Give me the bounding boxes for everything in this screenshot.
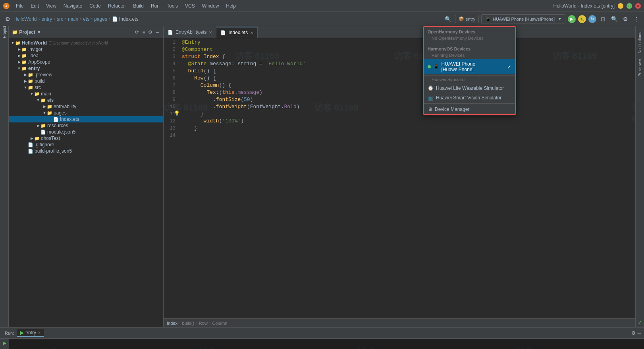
run-tab-close[interactable]: ✕	[38, 331, 41, 335]
tab-indexets-close[interactable]: ✕	[250, 31, 253, 35]
run-tab[interactable]: ▶ entry ✕	[17, 329, 44, 337]
tree-label-resources: resources	[47, 123, 68, 128]
tab-indexets[interactable]: 📄 Index.ets ✕	[216, 27, 258, 38]
debug-button[interactable]: 🐛	[578, 15, 586, 23]
notifications-tab[interactable]: Notifications	[637, 29, 643, 56]
breadcrumb-pages[interactable]: pages	[94, 16, 107, 22]
search2-icon[interactable]: 🔍	[610, 15, 619, 23]
selected-check-icon: ✓	[507, 64, 511, 70]
run-button[interactable]: ▶	[568, 15, 576, 23]
huawei-simulator-label: Huawei Simulator	[424, 76, 515, 83]
breadcrumb-ets[interactable]: ets	[83, 16, 89, 22]
tree-indexets[interactable]: 📄 Index.ets	[9, 116, 163, 122]
tree-src[interactable]: ▼ 📁 src	[9, 84, 163, 91]
tree-label-build: build	[35, 78, 44, 84]
check-icon: ✓	[638, 319, 642, 326]
code-line-12: }	[182, 111, 632, 118]
minimize-panel-icon[interactable]: ─	[155, 29, 160, 36]
bc-index: Index	[167, 321, 177, 326]
more-icon[interactable]: ⋮	[632, 15, 641, 23]
maximize-button[interactable]: □	[627, 3, 632, 9]
tree-build[interactable]: ▶ 📁 build	[9, 78, 163, 84]
settings-panel-icon[interactable]: ⚙	[147, 29, 153, 36]
window-controls[interactable]: ─ □ ✕	[618, 3, 641, 9]
tree-main[interactable]: ▼ 📁 main	[9, 91, 163, 97]
tv-icon: 📺	[428, 95, 434, 101]
tree-entryability[interactable]: ▶ 📁 entryability	[9, 103, 163, 110]
tree-pages[interactable]: ▼ 📁 pages	[9, 110, 163, 116]
tree-appscope[interactable]: ▶ 📁 AppScope	[9, 59, 163, 65]
breadcrumb-indexets[interactable]: Index.ets	[119, 16, 139, 22]
play-icon[interactable]: ▶	[3, 340, 6, 346]
settings2-icon[interactable]: ⚙	[621, 15, 630, 23]
breadcrumb-helloworld[interactable]: HelloWorld	[13, 16, 37, 22]
menu-build[interactable]: Build	[130, 2, 147, 10]
previewer-tab[interactable]: Previewer	[637, 56, 643, 79]
folder-icon-ohostest: 📁	[34, 136, 40, 141]
minimize-button[interactable]: ─	[618, 3, 623, 9]
menu-edit[interactable]: Edit	[27, 2, 42, 10]
settings-icon[interactable]: ⚙	[3, 15, 12, 23]
tree-entry[interactable]: ▼ 📁 entry	[9, 65, 163, 72]
code-line-8: Column() {	[182, 82, 632, 89]
menu-bar[interactable]: File Edit View Navigate Code Refactor Bu…	[13, 2, 550, 10]
tab-entryability[interactable]: 📄 EntryAbility.ets ✕	[164, 27, 216, 38]
collapse-icon[interactable]: ≡	[141, 29, 146, 36]
menu-help[interactable]: Help	[223, 2, 239, 10]
huawei-lite-wearable-item[interactable]: ⌚ Huawei Lite Wearable Simulator	[424, 83, 515, 93]
status-dot-green	[428, 65, 431, 68]
tree-hvigor[interactable]: ▶ 📁 .hvigor	[9, 46, 163, 52]
menu-navigate[interactable]: Navigate	[60, 2, 85, 10]
tree-arrow-idea: ▶	[17, 53, 21, 58]
menu-file[interactable]: File	[13, 2, 27, 10]
breadcrumb-entry[interactable]: entry	[41, 16, 52, 22]
search-icon[interactable]: 🔍	[444, 15, 453, 23]
huawei-smart-vision-item[interactable]: 📺 Huawei Smart Vision Simulator	[424, 93, 515, 103]
device-selector[interactable]: 📦 entry	[455, 15, 479, 23]
tree-ets[interactable]: ▼ 📁 ets	[9, 97, 163, 103]
menu-vcs[interactable]: VCS	[182, 2, 198, 10]
code-content[interactable]: @Entry @Component struct Index { @State …	[179, 38, 635, 318]
menu-tools[interactable]: Tools	[164, 2, 181, 10]
device-selector-dropdown[interactable]: 📱 HUAWEI Phone [HuaweiPhone] ▼	[481, 14, 565, 23]
menu-refactor[interactable]: Refactor	[105, 2, 129, 10]
tree-resources[interactable]: ▶ 📁 resources	[9, 122, 163, 129]
huawei-lite-wearable-label: Huawei Lite Wearable Simulator	[436, 85, 504, 91]
minimize-bottom-icon[interactable]: ─	[637, 330, 641, 336]
settings-bottom-icon[interactable]: ⚙	[631, 330, 636, 336]
code-editor[interactable]: 访客 61169 访客 61169 访客 61169 访客 61169 访客 6…	[164, 38, 635, 318]
divider-1	[424, 43, 515, 43]
close-button[interactable]: ✕	[635, 3, 641, 9]
project-icon[interactable]: Project	[0, 28, 8, 36]
tree-idea[interactable]: ▶ 📁 .idea	[9, 52, 163, 59]
tree-buildprofile[interactable]: 📄 build-profile.json5	[9, 148, 163, 154]
tree-gitignore[interactable]: 📄 .gitignore	[9, 142, 163, 148]
panel-header-icons: ⟳ ≡ ⚙ ─	[134, 29, 160, 36]
menu-window[interactable]: Window	[199, 2, 222, 10]
tree-preview[interactable]: ▶ 📁 .preview	[9, 72, 163, 78]
breadcrumb-main[interactable]: main	[68, 16, 78, 22]
profile-icon[interactable]: ⊡	[599, 15, 607, 23]
sync-files-icon[interactable]: ⟳	[134, 29, 140, 36]
breadcrumb-src[interactable]: src	[57, 16, 63, 22]
tree-arrow-preview: ▶	[23, 72, 28, 77]
tree-arrow-entryability: ▶	[42, 104, 47, 109]
tree-label-preview: .preview	[35, 72, 52, 78]
menu-view[interactable]: View	[43, 2, 60, 10]
folder-icon-pages: 📁	[47, 110, 52, 116]
bottom-icons: ⚙ ─	[631, 330, 641, 336]
tab-entryability-close[interactable]: ✕	[209, 30, 212, 35]
lightbulb-icon[interactable]: 💡	[174, 111, 180, 116]
tree-arrow: ▼	[10, 41, 15, 45]
huawei-phone-item[interactable]: 📱 HUAWEI Phone [HuaweiPhone] ✓	[424, 59, 515, 74]
bc-build: build()	[182, 321, 195, 326]
tree-helloworld[interactable]: ▼ 📁 HelloWorld C:\Users\amy\projects\Hel…	[9, 40, 163, 46]
device-manager-item[interactable]: 🖥 Device Manager	[424, 105, 515, 114]
sync-button[interactable]: ↻	[588, 15, 596, 23]
device-dropdown[interactable]: OpenHarmony Devices No OpenHarmony Devic…	[423, 26, 516, 115]
folder-icon-entryability: 📁	[47, 104, 52, 109]
tree-ohostest[interactable]: ▶ 📁 ohosTest	[9, 135, 163, 142]
tree-modulejson5[interactable]: 📄 module.json5	[9, 129, 163, 135]
menu-run[interactable]: Run	[148, 2, 163, 10]
menu-code[interactable]: Code	[86, 2, 104, 10]
